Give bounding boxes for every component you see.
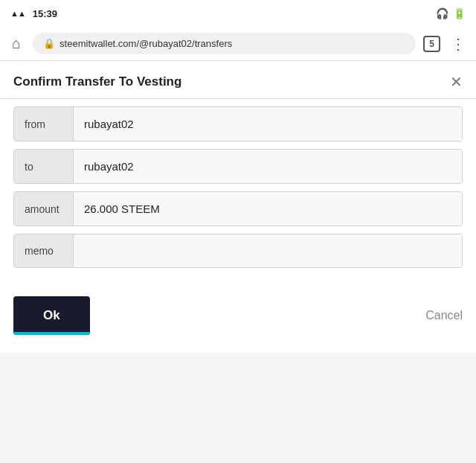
modal-title: Confirm Transfer To Vesting: [13, 74, 181, 89]
memo-label: memo: [14, 234, 74, 267]
from-value: rubayat02: [74, 107, 462, 141]
status-bar: ▲▲ 15:39 🎧 🔋: [0, 0, 476, 27]
close-button[interactable]: ✕: [450, 74, 463, 89]
ok-button[interactable]: Ok: [13, 296, 90, 335]
modal-header: Confirm Transfer To Vesting ✕: [0, 61, 476, 99]
battery-icon: 🔋: [453, 7, 466, 19]
menu-dots-icon[interactable]: ⋮: [448, 33, 469, 54]
to-value: rubayat02: [74, 150, 462, 183]
headphone-icon: 🎧: [436, 7, 448, 19]
memo-value[interactable]: [74, 234, 462, 267]
status-right: 🎧 🔋: [436, 7, 466, 19]
amount-label: amount: [14, 192, 74, 226]
status-left: ▲▲ 15:39: [10, 8, 57, 19]
tab-count[interactable]: 5: [423, 36, 440, 52]
browser-bar: ⌂ 🔒 steemitwallet.com/@rubayat02/transfe…: [0, 27, 476, 61]
signal-icon: ▲▲: [10, 9, 25, 18]
amount-value: 26.000 STEEM: [74, 192, 462, 226]
url-text: steemitwallet.com/@rubayat02/transfers: [60, 38, 232, 49]
home-button[interactable]: ⌂: [7, 33, 25, 54]
amount-field-row: amount 26.000 STEEM: [13, 191, 463, 226]
form-body: from rubayat02 to rubayat02 amount 26.00…: [0, 99, 476, 283]
to-label: to: [14, 150, 74, 183]
url-bar[interactable]: 🔒 steemitwallet.com/@rubayat02/transfers: [33, 33, 416, 54]
modal-container: Confirm Transfer To Vesting ✕ from rubay…: [0, 61, 476, 353]
ok-wrapper: Ok: [13, 296, 90, 335]
from-label: from: [14, 107, 74, 141]
button-row: Ok Cancel: [0, 283, 476, 353]
lock-icon: 🔒: [43, 38, 55, 49]
from-field-row: from rubayat02: [13, 106, 463, 141]
to-field-row: to rubayat02: [13, 149, 463, 184]
cancel-button[interactable]: Cancel: [425, 309, 463, 322]
memo-field-row: memo: [13, 234, 463, 268]
status-time: 15:39: [33, 8, 57, 19]
